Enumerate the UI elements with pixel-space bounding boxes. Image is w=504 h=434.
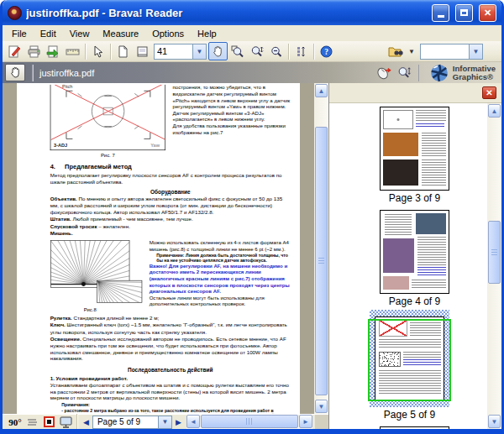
figure-8: Рис.8 <box>50 240 144 314</box>
pan-hand-icon[interactable] <box>208 42 228 60</box>
hand-tool-button[interactable] <box>5 64 25 81</box>
export-icon[interactable] <box>44 42 63 60</box>
thumbnail-page-3-of-9[interactable] <box>375 107 454 191</box>
layers-button[interactable] <box>24 416 40 429</box>
thumbnail-panel: ✕ Page 3 of 9Page 4 of 9Page 5 of 9 ▲ ▼ <box>328 83 501 429</box>
window-title: justiroffka.pdf - Brava! Reader <box>26 7 426 19</box>
menu-item-view[interactable]: View <box>63 27 97 40</box>
markup-icon[interactable] <box>5 42 24 60</box>
panel-close-icon[interactable]: ✕ <box>482 86 496 99</box>
menu-item-options[interactable]: Options <box>145 27 191 40</box>
figure7-caption: Рис. 7 <box>50 150 165 159</box>
document-horizontal-scrollbar[interactable]: ◄ ► <box>186 415 312 429</box>
search-dropdown-arrow[interactable]: ▼ <box>408 48 415 55</box>
magnifier-window-button[interactable] <box>40 416 57 429</box>
figure7-label-yaw: Yaw <box>150 142 160 149</box>
zoom-updown-icon[interactable] <box>396 65 412 81</box>
horizontal-scroll-thumb[interactable] <box>201 415 298 428</box>
thumbnail-scrollbar[interactable]: ▲ ▼ <box>487 103 501 429</box>
tab-separator <box>418 65 419 81</box>
tools-paragraphs: Рулетка. Стандартная длиной не менее 2 м… <box>50 316 291 363</box>
informative-graphics-icon <box>429 63 449 83</box>
app-icon <box>8 6 22 20</box>
search-combo-field[interactable] <box>420 44 469 60</box>
menu-item-edit[interactable]: Edit <box>34 27 63 40</box>
tab-separator <box>32 65 33 81</box>
search-combo-dropdown[interactable]: ▼ <box>469 44 483 60</box>
document-paragraph: Рулетка. Стандартная длиной не менее 2 м… <box>50 316 291 322</box>
zoom-out-icon[interactable] <box>266 42 286 60</box>
zoom-dropdown-button[interactable]: ▼ <box>192 44 207 60</box>
thumbnail-page-4-of-9[interactable] <box>375 210 454 294</box>
document-paragraph: Датчик регулируемый винтом «3-ADJ» «расп… <box>173 110 291 123</box>
document-paragraph: Для удобства пользования указанные привя… <box>173 123 291 136</box>
toolbar: ▼ ? ▼ ▼ <box>3 41 501 62</box>
new-page-icon[interactable] <box>113 42 133 60</box>
next-page-button[interactable]: ▶ <box>172 418 185 426</box>
thumbnail-partial[interactable] <box>375 426 454 429</box>
scroll-thumb[interactable] <box>315 127 328 395</box>
page-select-value[interactable]: Page 5 of 9 <box>92 416 158 429</box>
search-folder-icon[interactable]: ▼ <box>386 42 415 60</box>
page-select-dropdown[interactable]: ▼ <box>158 416 172 429</box>
print-icon[interactable] <box>24 42 44 60</box>
document-paragraph: Штатив. Любой приемлемый - чем массивнее… <box>50 217 291 223</box>
scroll-right-button[interactable]: ► <box>299 415 312 428</box>
zoom-dynamic-icon[interactable] <box>247 42 266 60</box>
thumbnail-page-5-of-9[interactable] <box>370 310 449 407</box>
select-icon[interactable] <box>88 42 108 60</box>
step1-title: 1. Условия проведения работ. <box>50 375 291 382</box>
fit-page-icon[interactable] <box>133 42 152 60</box>
brand-line2: Graphics® <box>453 73 496 81</box>
thumbnail-scroll-thumb[interactable] <box>488 221 501 284</box>
thumbnail-page-image[interactable] <box>380 210 449 294</box>
measure-icon[interactable] <box>63 42 82 60</box>
document-paragraph: Можно использовать склеенную из 4-х лист… <box>150 240 291 253</box>
document-paragraph: Важно! Для регулировки AF, на мишени нео… <box>150 263 291 295</box>
mouse-pan-icon[interactable] <box>376 65 392 81</box>
figure8-caption: Рис.8 <box>50 305 130 313</box>
thumbnail-page-image[interactable] <box>380 107 449 191</box>
title-bar[interactable]: justiroffka.pdf - Brava! Reader ✕ <box>3 0 501 25</box>
thumbnail-content-block <box>422 159 446 186</box>
app-window: justiroffka.pdf - Brava! Reader ✕ FileEd… <box>0 0 504 434</box>
maximize-button[interactable] <box>455 4 473 22</box>
zoom-combobox: ▼ <box>154 44 207 60</box>
close-button[interactable]: ✕ <box>479 4 496 22</box>
scroll-left-button[interactable]: ◄ <box>186 415 200 428</box>
fit-height-icon[interactable] <box>291 42 311 60</box>
fullscreen-button[interactable] <box>57 416 74 429</box>
toolbar-separator <box>110 44 111 60</box>
thumbnail-label: Page 5 of 9 <box>370 407 449 423</box>
toolbar-separator <box>288 44 289 60</box>
document-vertical-scrollbar[interactable]: ▲ ▼ <box>314 83 328 414</box>
menu-bar: FileEditViewMeasureOptionsHelp <box>3 25 501 41</box>
thumbnail-content-block <box>422 133 446 155</box>
current-view-rectangle <box>368 319 451 401</box>
thumbnail-scroll-down[interactable]: ▼ <box>488 415 501 428</box>
menu-item-help[interactable]: Help <box>191 27 223 40</box>
scroll-up-button[interactable]: ▲ <box>315 84 328 97</box>
scrollbar-corner <box>315 415 328 429</box>
menu-item-file[interactable]: File <box>5 27 34 40</box>
thumbnail-label: Page 4 of 9 <box>375 294 454 310</box>
thumbnail-content-block <box>385 214 412 235</box>
thumbnail-content-block <box>416 110 446 122</box>
svg-text:?: ? <box>324 48 328 56</box>
document-tab[interactable]: justiroffka.pdf <box>39 68 376 78</box>
toolbar-separator <box>85 44 86 60</box>
help-icon[interactable]: ? <box>317 42 336 60</box>
menu-item-measure[interactable]: Measure <box>96 27 145 40</box>
thumbnail-scroll-up[interactable]: ▲ <box>488 104 501 118</box>
figure7-label-3adj: 3-ADJ <box>54 142 67 149</box>
toolbar-separator <box>313 44 314 60</box>
zoom-input[interactable] <box>154 44 192 60</box>
thumbnail-page-image[interactable] <box>380 426 449 429</box>
previous-page-button[interactable]: ◀ <box>80 418 92 426</box>
thumbnail-content-block <box>417 237 446 264</box>
document-viewport[interactable]: Pitch 3-ADJ Yaw Рис. 7 построения, то мо… <box>3 83 328 414</box>
scroll-down-button[interactable]: ▼ <box>315 400 328 413</box>
rotate-90-button[interactable]: 90° <box>7 416 24 429</box>
minimize-button[interactable] <box>432 4 449 22</box>
zoom-window-icon[interactable] <box>228 42 247 60</box>
